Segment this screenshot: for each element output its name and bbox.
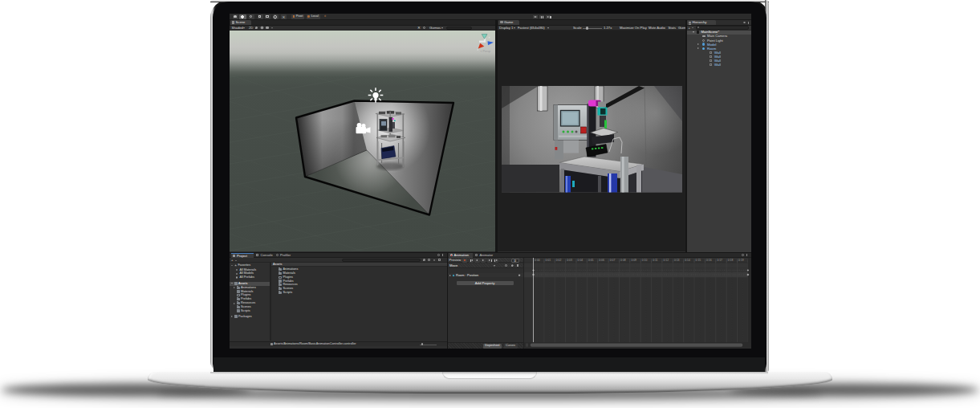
svg-text:0:05: 0:05 <box>588 259 594 263</box>
svg-text:0:09: 0:09 <box>631 259 636 263</box>
svg-text:0:11: 0:11 <box>653 259 657 263</box>
svg-text:0:07: 0:07 <box>610 259 616 263</box>
svg-text:0:10: 0:10 <box>642 259 648 263</box>
svg-text:0:02: 0:02 <box>556 259 562 263</box>
svg-text:0:01: 0:01 <box>546 259 551 263</box>
svg-text:0:06: 0:06 <box>599 259 604 263</box>
svg-text:0:17: 0:17 <box>717 259 722 263</box>
svg-text:0:15: 0:15 <box>696 259 701 263</box>
svg-text:0:12: 0:12 <box>663 259 669 263</box>
svg-text:0:04: 0:04 <box>578 259 584 263</box>
svg-text:0:13: 0:13 <box>674 259 680 263</box>
svg-text:0:08: 0:08 <box>620 259 626 263</box>
svg-text:< Persp: < Persp <box>480 50 490 53</box>
svg-text:0:14: 0:14 <box>685 259 690 263</box>
svg-text:0:19: 0:19 <box>738 259 744 263</box>
svg-text:0:03: 0:03 <box>567 259 572 263</box>
svg-text:0:18: 0:18 <box>728 259 734 263</box>
svg-text:0:00: 0:00 <box>535 259 540 263</box>
svg-text:0:16: 0:16 <box>706 259 712 263</box>
